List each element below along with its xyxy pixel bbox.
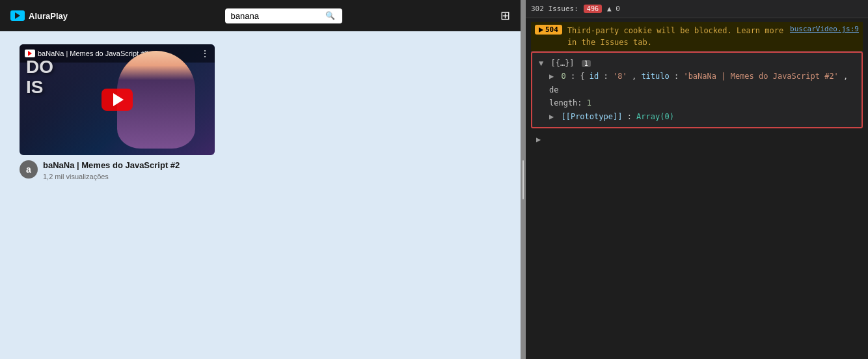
search-icon[interactable]: 🔍 bbox=[325, 11, 335, 20]
file-link[interactable]: buscarVideo.js:9 bbox=[790, 25, 859, 33]
devtools-panel: 302 Issues: 496 ▲ 0 504 Third-party cook… bbox=[526, 0, 868, 359]
divider-line bbox=[522, 160, 524, 199]
video-info: a baNaNa | Memes do JavaScript #2 1,2 mi… bbox=[20, 160, 215, 180]
array-line: ▼ [{…}] 1 bbox=[539, 57, 855, 70]
array-bracket: [{…}] bbox=[550, 59, 574, 68]
titulo-key: titulo bbox=[641, 72, 669, 81]
badge-504: 504 bbox=[535, 25, 562, 35]
array-count: 1 bbox=[582, 60, 591, 67]
play-button[interactable] bbox=[102, 89, 133, 111]
thumbnail-title: baNaNa | Memes do JavaScript #2 bbox=[38, 50, 148, 57]
expand-arrow[interactable]: ▼ bbox=[539, 59, 543, 68]
item-expand-arrow[interactable]: ▶ bbox=[549, 72, 554, 81]
search-bar[interactable]: 🔍 bbox=[225, 8, 342, 23]
video-meta: baNaNa | Memes do JavaScript #2 1,2 mil … bbox=[43, 160, 215, 180]
prototype-expand[interactable]: ▶ bbox=[549, 112, 554, 121]
devtools-top-bar: 302 Issues: 496 ▲ 0 bbox=[526, 0, 868, 18]
search-input[interactable] bbox=[230, 11, 321, 21]
channel-avatar: a bbox=[20, 160, 38, 179]
badge-504-text: 504 bbox=[545, 25, 558, 34]
video-title: baNaNa | Memes do JavaScript #2 bbox=[43, 160, 215, 171]
video-card: baNaNa | Memes do JavaScript #2 ⋮ DOIS a… bbox=[20, 44, 215, 180]
more-options-icon[interactable]: ⋮ bbox=[200, 48, 210, 59]
logo-text: AluraPlay bbox=[29, 11, 68, 21]
logo: AluraPlay bbox=[10, 10, 68, 21]
length-value: 1 bbox=[587, 98, 591, 108]
item-index: 0 bbox=[561, 72, 565, 81]
left-panel: AluraPlay 🔍 ⊞ baNaNa | Memes do JavaScri… bbox=[0, 0, 521, 359]
play-icon bbox=[539, 27, 543, 33]
console-area: 504 Third-party cookie will be blocked. … bbox=[526, 18, 868, 359]
item-0-line: ▶ 0 : { id : '8' , titulo : 'baNaNa | Me… bbox=[539, 70, 855, 96]
cookie-warning-text: Third-party cookie will be blocked. Lear… bbox=[567, 26, 783, 47]
error-count-badge: 496 bbox=[584, 5, 602, 13]
issues-count: 302 Issues: bbox=[531, 5, 578, 13]
warning-count-badge: ▲ 0 bbox=[607, 5, 620, 13]
app-header: AluraPlay 🔍 ⊞ bbox=[0, 0, 521, 31]
panel-divider[interactable] bbox=[521, 0, 526, 359]
video-thumbnail[interactable]: baNaNa | Memes do JavaScript #2 ⋮ DOIS bbox=[20, 44, 215, 155]
thumbnail-letters: DOIS bbox=[26, 57, 53, 98]
id-key: id bbox=[590, 72, 599, 81]
console-output-box: ▼ [{…}] 1 ▶ 0 : { id : '8' , titulo : 'b… bbox=[531, 51, 863, 128]
length-line: length: 1 bbox=[539, 96, 855, 109]
prototype-value: Array(0) bbox=[636, 112, 674, 121]
id-value: '8' bbox=[613, 72, 627, 81]
upload-button[interactable]: ⊞ bbox=[500, 8, 510, 23]
logo-icon bbox=[10, 10, 25, 21]
content-area: baNaNa | Memes do JavaScript #2 ⋮ DOIS a… bbox=[0, 31, 521, 359]
length-key: length: bbox=[549, 98, 582, 108]
prototype-line: ▶ [[Prototype]] : Array(0) bbox=[539, 110, 855, 123]
prototype-key: [[Prototype]] bbox=[561, 112, 622, 121]
next-line-arrow[interactable]: ▶ bbox=[531, 132, 863, 147]
video-views: 1,2 mil visualizações bbox=[43, 173, 215, 180]
titulo-value: 'baNaNa | Memes do JavaScript #2' bbox=[683, 72, 838, 81]
cookie-warning-row: 504 Third-party cookie will be blocked. … bbox=[531, 22, 863, 51]
